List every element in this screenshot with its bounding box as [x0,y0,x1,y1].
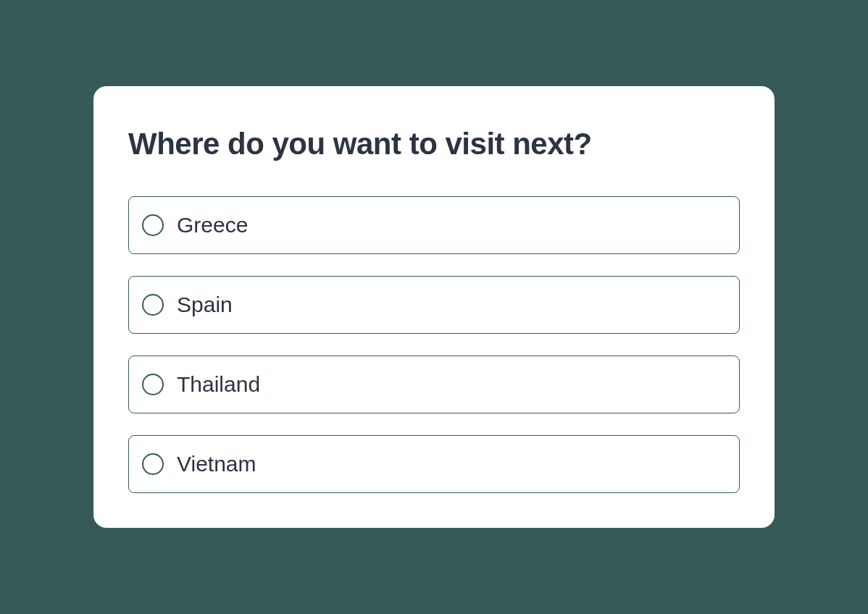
option-label: Vietnam [177,452,256,476]
radio-icon [142,214,164,236]
poll-option-spain[interactable]: Spain [128,276,740,334]
option-label: Greece [177,213,248,237]
radio-icon [142,453,164,475]
poll-option-greece[interactable]: Greece [128,196,740,254]
option-label: Spain [177,293,233,317]
poll-option-vietnam[interactable]: Vietnam [128,435,740,493]
radio-icon [142,374,164,395]
poll-options-list: Greece Spain Thailand Vietnam [128,196,740,493]
poll-card: Where do you want to visit next? Greece … [93,86,775,528]
poll-option-thailand[interactable]: Thailand [128,356,740,413]
option-label: Thailand [177,372,260,397]
poll-question: Where do you want to visit next? [128,127,740,161]
radio-icon [142,294,164,316]
